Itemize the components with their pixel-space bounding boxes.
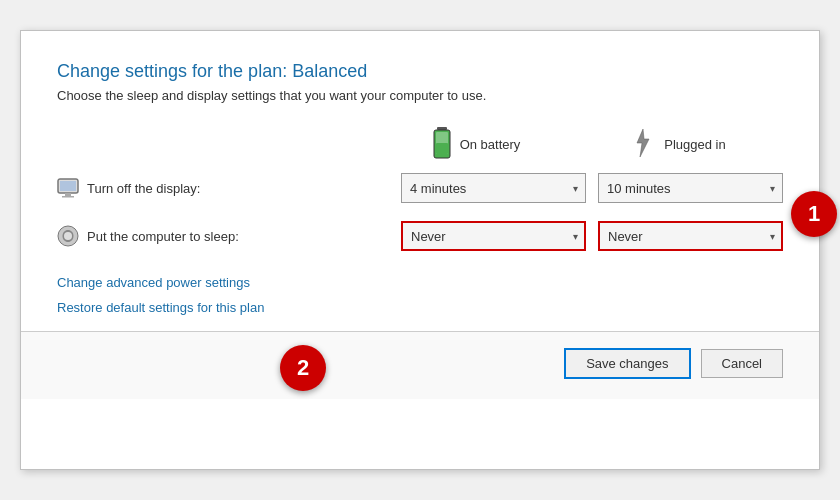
plugged-column-header: Plugged in <box>583 127 773 161</box>
display-label: Turn off the display: <box>87 181 200 196</box>
page-subtitle: Choose the sleep and display settings th… <box>57 88 783 103</box>
display-dropdowns: 1 minute 2 minutes 3 minutes 4 minutes 5… <box>357 173 783 203</box>
advanced-power-link[interactable]: Change advanced power settings <box>57 275 783 290</box>
svg-marker-4 <box>637 129 649 157</box>
sleep-plugged-dropdown-wrapper: 1 minute 5 minutes 10 minutes 15 minutes… <box>598 221 783 251</box>
svg-rect-8 <box>62 196 74 198</box>
display-row: Turn off the display: 1 minute 2 minutes… <box>57 173 783 203</box>
svg-rect-7 <box>65 193 71 196</box>
sleep-label: Put the computer to sleep: <box>87 229 239 244</box>
sleep-label-group: Put the computer to sleep: <box>57 225 357 247</box>
page-title: Change settings for the plan: Balanced <box>57 61 783 82</box>
battery-column-header: On battery <box>381 127 571 161</box>
sleep-row: Put the computer to sleep: 1 minute 5 mi… <box>57 221 783 251</box>
restore-defaults-link[interactable]: Restore default settings for this plan <box>57 300 783 315</box>
sleep-battery-dropdown-wrapper: 1 minute 5 minutes 10 minutes 15 minutes… <box>401 221 586 251</box>
sleep-icon <box>57 225 79 247</box>
cancel-button[interactable]: Cancel <box>701 349 783 378</box>
links-section: Change advanced power settings Restore d… <box>57 275 783 315</box>
monitor-icon <box>57 177 79 199</box>
column-headers: On battery Plugged in <box>57 127 783 161</box>
display-battery-dropdown-wrapper: 1 minute 2 minutes 3 minutes 4 minutes 5… <box>401 173 586 203</box>
display-plugged-dropdown[interactable]: 1 minute 2 minutes 5 minutes 10 minutes … <box>598 173 783 203</box>
plugged-label: Plugged in <box>664 137 725 152</box>
battery-label: On battery <box>460 137 521 152</box>
display-battery-dropdown[interactable]: 1 minute 2 minutes 3 minutes 4 minutes 5… <box>401 173 586 203</box>
svg-point-10 <box>64 232 72 240</box>
svg-rect-3 <box>436 143 448 154</box>
battery-icon <box>432 127 452 161</box>
display-plugged-dropdown-wrapper: 1 minute 2 minutes 5 minutes 10 minutes … <box>598 173 783 203</box>
settings-window: 1 Change settings for the plan: Balanced… <box>20 30 820 470</box>
svg-rect-6 <box>60 181 76 191</box>
sleep-dropdowns: 1 minute 5 minutes 10 minutes 15 minutes… <box>357 221 783 251</box>
footer: 2 Save changes Cancel <box>21 331 819 399</box>
display-label-group: Turn off the display: <box>57 177 357 199</box>
plug-icon <box>630 129 656 159</box>
sleep-plugged-dropdown[interactable]: 1 minute 5 minutes 10 minutes 15 minutes… <box>598 221 783 251</box>
badge-1: 1 <box>791 191 837 237</box>
save-button[interactable]: Save changes <box>564 348 690 379</box>
sleep-battery-dropdown[interactable]: 1 minute 5 minutes 10 minutes 15 minutes… <box>401 221 586 251</box>
badge-2: 2 <box>280 345 326 391</box>
